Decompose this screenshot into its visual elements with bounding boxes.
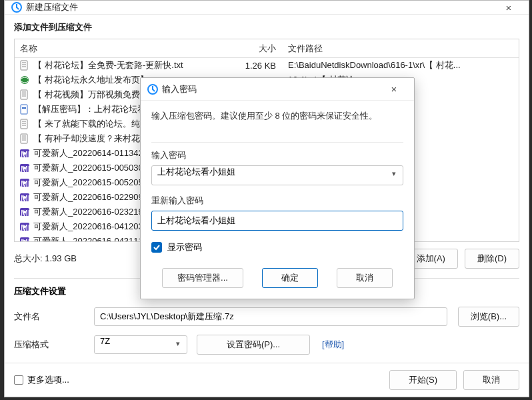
dialog-title: 输入密码 [162,83,381,95]
dialog-body: 输入压缩包密码。建议使用至少 8 位的密码来保证安全性。 输入密码 上村花论坛看… [141,101,414,260]
table-header: 名称 大小 文件路径 [15,39,519,58]
filename-label: 文件名 [14,311,94,323]
format-value: 7Z [100,336,110,346]
svg-rect-10 [21,105,27,114]
dialog-footer: 密码管理器... 确定 取消 [141,260,414,299]
format-combo[interactable]: 7Z [94,335,187,354]
app-icon [11,2,22,13]
password-manager-button[interactable]: 密码管理器... [162,268,243,288]
more-options-label[interactable]: 更多选项... [27,374,69,386]
password-confirm-label: 重新输入密码 [151,195,403,207]
table-row[interactable]: 【 村花论坛】全免费-无套路-更新快.txt1.26 KBE:\BaiduNet… [15,58,519,73]
file-text-icon [19,133,31,145]
add-section-title: 添加文件到压缩文件 [14,21,519,33]
svg-rect-12 [21,119,27,129]
footer: 更多选项... 开始(S) 取消 [5,363,529,397]
svg-text:MP4: MP4 [21,179,30,188]
col-size[interactable]: 大小 [221,43,281,55]
main-titlebar: 新建压缩文件 × [5,1,529,15]
help-link[interactable]: [帮助] [322,339,344,351]
filename-input[interactable] [94,307,447,326]
file-mp4-icon: MP4 [19,147,31,159]
start-button[interactable]: 开始(S) [389,370,457,390]
file-mp4-icon: MP4 [19,177,31,189]
file-text-icon [19,118,31,130]
window-title: 新建压缩文件 [26,1,495,13]
file-text-icon [19,59,31,71]
dialog-separator [151,142,403,143]
file-doc-icon [19,103,31,115]
file-size-cell: 1.26 KB [221,61,281,71]
svg-rect-1 [21,61,27,70]
delete-button[interactable]: 删除(D) [465,249,519,269]
cancel-button[interactable]: 取消 [463,370,519,390]
file-name-cell: 【 村花论坛】全免费-无套路-更新快.txt [33,59,221,71]
file-mp4-icon: MP4 [19,221,31,233]
dialog-close-button[interactable]: × [381,83,407,95]
svg-rect-6 [21,90,27,99]
dialog-app-icon [147,84,158,95]
svg-text:MP4: MP4 [21,208,30,217]
password-label: 输入密码 [151,149,403,161]
file-text-icon [19,89,31,101]
ok-button[interactable]: 确定 [262,268,318,288]
show-password-label: 显示密码 [167,241,202,253]
show-password-row[interactable]: 显示密码 [151,241,403,253]
set-password-button[interactable]: 设置密码(P)... [197,335,310,355]
svg-text:MP4: MP4 [21,193,30,203]
svg-text:MP4: MP4 [21,164,30,173]
password-dialog: 输入密码 × 输入压缩包密码。建议使用至少 8 位的密码来保证安全性。 输入密码… [140,77,415,299]
col-path[interactable]: 文件路径 [281,43,519,55]
password-confirm-input[interactable] [151,211,403,231]
col-name[interactable]: 名称 [15,43,221,55]
svg-text:MP4: MP4 [21,237,30,242]
file-path-cell: E:\BaiduNetdiskDownload\616-1\xr\【 村花... [281,59,519,71]
format-row: 压缩格式 7Z 设置密码(P)... [帮助] [14,335,519,355]
file-globe-icon [19,74,31,86]
svg-text:MP4: MP4 [21,223,30,232]
filename-row: 文件名 浏览(B)... [14,307,519,327]
password-dialog-titlebar: 输入密码 × [141,78,414,101]
svg-rect-16 [21,134,27,143]
password-value: 上村花论坛看小姐姐 [157,167,235,177]
dialog-hint: 输入压缩包密码。建议使用至少 8 位的密码来保证安全性。 [151,110,403,122]
more-options-checkbox[interactable] [14,375,23,385]
browse-button[interactable]: 浏览(B)... [458,307,519,327]
format-label: 压缩格式 [14,339,94,351]
file-mp4-icon: MP4 [19,206,31,218]
window-close-button[interactable]: × [495,2,522,13]
file-mp4-icon: MP4 [19,235,31,242]
password-combo[interactable]: 上村花论坛看小姐姐 [151,165,403,185]
show-password-checkbox[interactable] [151,242,162,253]
file-mp4-icon: MP4 [19,191,31,203]
svg-rect-11 [22,107,26,109]
svg-text:MP4: MP4 [21,149,30,159]
dialog-cancel-button[interactable]: 取消 [337,268,393,288]
file-mp4-icon: MP4 [19,162,31,174]
